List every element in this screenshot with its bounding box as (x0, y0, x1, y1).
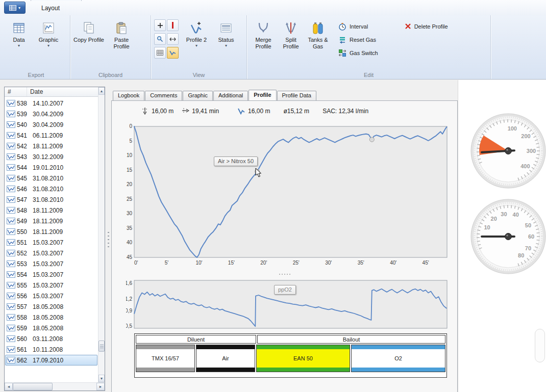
doc-tab-profile[interactable]: Profile (249, 90, 276, 100)
scroll-down-button[interactable]: ▼ (98, 375, 105, 382)
scroll-left-button[interactable]: ◄ (5, 383, 13, 390)
crosshair-button[interactable] (154, 19, 166, 31)
dive-list-row-544[interactable]: 54419.01.2010 (5, 162, 97, 173)
dive-list-row-552[interactable]: 55215.03.2007 (5, 248, 97, 258)
svg-text:300: 300 (527, 148, 536, 154)
dive-list-row-559[interactable]: 55918.05.2008 (5, 323, 97, 333)
svg-text:0,5: 0,5 (126, 323, 132, 329)
dive-list-row-556[interactable]: 55615.03.2007 (5, 291, 97, 301)
dive-list-vertical-scrollbar[interactable]: ▲ ▼ (98, 87, 105, 382)
dive-list-row-550[interactable]: 55018.11.2009 (5, 226, 97, 237)
tanks-gas-button[interactable]: Tanks & Gas (304, 17, 332, 51)
dive-list-row-549[interactable]: 54918.11.2009 (5, 216, 97, 226)
interval-button[interactable]: Interval (335, 21, 382, 32)
reset-gas-button[interactable]: Reset Gas (335, 34, 382, 45)
scroll-track[interactable] (53, 383, 96, 390)
dive-list-row-548[interactable]: 54818.11.2009 (5, 205, 97, 216)
merge-profile-button[interactable]: Merge Profile (249, 17, 278, 51)
svg-text:25': 25' (293, 260, 300, 266)
dive-list-horizontal-scrollbar[interactable]: ◄ ► (5, 382, 105, 390)
scroll-up-button[interactable]: ▲ (98, 87, 105, 95)
dive-profile-icon (7, 239, 15, 246)
dive-list-row-543[interactable]: 54330.12.2009 (5, 151, 97, 162)
dive-date: 31.08.2010 (33, 186, 63, 193)
svg-text:1,2: 1,2 (126, 296, 132, 302)
vertical-scroll-thumb[interactable] (98, 341, 105, 352)
dive-number: 555 (17, 282, 31, 289)
show-curve-button[interactable] (167, 47, 179, 59)
application-menu-button[interactable]: ▾ (4, 2, 26, 14)
doc-tab-additional[interactable]: Additional (213, 91, 248, 100)
gas-cell-ean-50[interactable]: EAN 50 (256, 345, 350, 372)
marker-line-button[interactable] (167, 19, 179, 31)
column-header-date[interactable]: Date (27, 87, 98, 96)
status-button[interactable]: Status ▾ (212, 17, 240, 49)
doc-tab-logbook[interactable]: Logbook (113, 91, 144, 100)
svg-text:40: 40 (513, 212, 519, 218)
dive-list-row-555[interactable]: 55515.03.2007 (5, 280, 97, 291)
doc-tab-profile-data[interactable]: Profile Data (277, 91, 316, 100)
avg-depth-value: ø15,12 m (283, 108, 309, 115)
chevron-down-icon: ▾ (225, 44, 227, 47)
dive-list-row-546[interactable]: 54631.08.2010 (5, 184, 97, 194)
svg-text:20: 20 (127, 181, 133, 187)
dive-number: 561 (17, 346, 31, 353)
doc-tab-comments[interactable]: Comments (145, 91, 182, 100)
panel-splitter[interactable] (105, 87, 111, 392)
doc-tab-graphic[interactable]: Graphic (183, 91, 213, 100)
data-button-label: Data (5, 37, 33, 43)
dive-list-row-562[interactable]: 56217.09.2010 (5, 355, 97, 365)
paste-profile-button[interactable]: Paste Profile (105, 17, 138, 51)
dive-list-row-560[interactable]: 56003.11.2008 (5, 333, 97, 344)
max-depth-icon (141, 107, 149, 115)
gas-cell-air[interactable]: Air (196, 345, 255, 372)
dive-list-row-553[interactable]: 55315.03.2007 (5, 258, 97, 269)
dive-list-row-538[interactable]: 53814.10.2007 (5, 98, 97, 109)
grid-button[interactable] (154, 47, 166, 59)
dive-list-row-557[interactable]: 55718.05.2008 (5, 301, 97, 312)
dive-number: 550 (17, 228, 31, 236)
gas-cell-tmx-16-57[interactable]: TMX 16/57 (136, 345, 195, 372)
dive-list-row-554[interactable]: 55415.03.2007 (5, 269, 97, 280)
gas-cell-o2[interactable]: O2 (351, 345, 445, 372)
dive-list-row-551[interactable]: 55115.03.2007 (5, 237, 97, 248)
gas-band-bottom (136, 368, 194, 372)
group-label-export: Export (2, 72, 70, 78)
pan-horizontal-button[interactable] (167, 33, 179, 45)
zoom-button[interactable] (154, 33, 166, 45)
copy-profile-button[interactable]: Copy Profile (72, 17, 105, 45)
gauge-panel-scrollbar[interactable] (535, 329, 545, 362)
data-button[interactable]: Data ▾ (4, 17, 34, 49)
dive-list-row-545[interactable]: 54531.08.2010 (5, 173, 97, 184)
svg-text:10: 10 (127, 152, 133, 158)
delete-profile-button[interactable]: Delete Profile (401, 21, 452, 32)
gas-switch-button[interactable]: Gas Switch (335, 47, 382, 58)
dive-list-row-561[interactable]: 56110.11.2008 (5, 344, 97, 355)
reset-gas-label: Reset Gas (350, 37, 376, 43)
chart-splitter-handle[interactable] (112, 272, 457, 276)
dive-list-row-547[interactable]: 54731.08.2010 (5, 194, 97, 205)
svg-text:45': 45' (423, 260, 429, 266)
dive-list-row-542[interactable]: 54218.11.2009 (5, 141, 97, 151)
chevron-down-icon: ▾ (47, 44, 49, 47)
split-profile-button[interactable]: Split Profile (278, 17, 304, 51)
ribbon-tab-layout[interactable]: Layout (31, 1, 82, 15)
depth-profile-chart[interactable]: 0510152025303540450'5'10'15'20'25'30'35'… (126, 123, 453, 272)
dive-date: 31.08.2010 (33, 196, 63, 203)
column-header-number[interactable]: # (5, 87, 27, 96)
dive-number: 545 (17, 175, 31, 182)
horizontal-scroll-thumb[interactable] (13, 383, 53, 390)
dive-list-row-541[interactable]: 54106.11.2009 (5, 130, 97, 141)
dive-list-row-540[interactable]: 54030.04.2009 (5, 119, 97, 130)
svg-text:40': 40' (390, 260, 396, 266)
gas-table-body: TMX 16/57AirEAN 50O2 (136, 345, 445, 372)
dive-list-row-558[interactable]: 55818.05.2008 (5, 312, 97, 323)
merge-icon (257, 20, 270, 36)
dive-list-row-539[interactable]: 53930.04.2009 (5, 109, 97, 119)
max-depth-stat: 16,00 m (141, 107, 173, 115)
scroll-right-button[interactable]: ► (96, 383, 105, 390)
svg-text:40: 40 (127, 240, 133, 245)
profile2-button[interactable]: Profile 2 ▾ (181, 17, 212, 49)
app-menu-icon (9, 5, 16, 11)
graphic-button[interactable]: Graphic ▾ (34, 17, 63, 49)
